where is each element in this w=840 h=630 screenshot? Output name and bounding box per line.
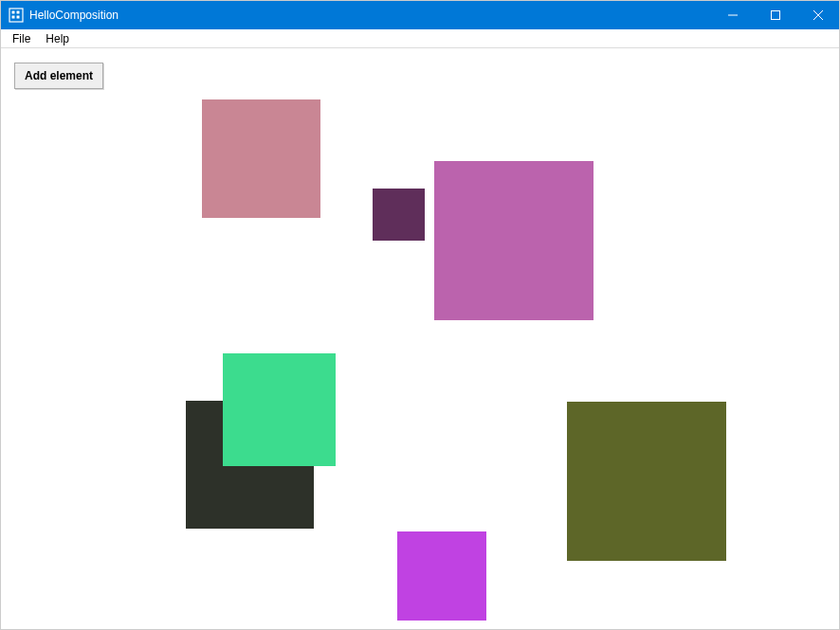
shape-violet (397, 531, 486, 621)
menu-help[interactable]: Help (38, 30, 77, 47)
window-title: HelloComposition (29, 9, 119, 22)
minimize-button[interactable] (711, 1, 754, 29)
app-icon (9, 8, 24, 23)
shape-olive (567, 402, 726, 561)
svg-rect-4 (17, 16, 20, 19)
shape-pink (202, 99, 320, 218)
shape-magenta (434, 161, 593, 320)
maximize-button[interactable] (754, 1, 796, 29)
add-element-button[interactable]: Add element (14, 63, 103, 89)
shape-green (223, 353, 336, 466)
menu-bar: File Help (1, 29, 839, 48)
client-area: Add element (1, 48, 839, 629)
svg-rect-2 (17, 11, 20, 14)
title-bar: HelloComposition (1, 1, 839, 29)
title-bar-left: HelloComposition (1, 8, 119, 23)
svg-rect-0 (9, 9, 23, 22)
close-button[interactable] (796, 1, 839, 29)
menu-file[interactable]: File (5, 30, 38, 47)
svg-rect-1 (12, 11, 15, 14)
window-controls (711, 1, 839, 29)
shape-darkpurple (373, 189, 425, 241)
svg-rect-3 (12, 16, 15, 19)
svg-rect-6 (771, 11, 779, 20)
